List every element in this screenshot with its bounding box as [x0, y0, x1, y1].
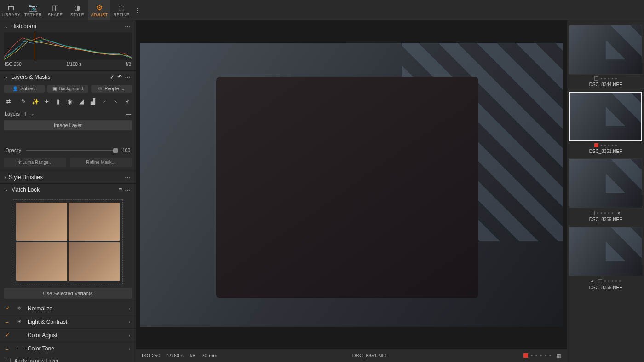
- people-icon: ⚇: [98, 86, 102, 91]
- camera-icon: 📷: [29, 3, 38, 12]
- color-tag-rating[interactable]: ▦: [523, 353, 561, 359]
- tab-refine[interactable]: ◌REFINE: [110, 0, 132, 20]
- grid-icon[interactable]: ▦: [557, 353, 561, 359]
- chevron-down-icon[interactable]: ⌄: [5, 24, 8, 29]
- style-icon: ◑: [74, 3, 80, 12]
- layers-masks-title: Layers & Masks: [11, 74, 50, 80]
- info-filename: DSC_8351.NEF: [352, 353, 389, 358]
- use-selected-variants-button[interactable]: Use Selected Variants: [4, 288, 132, 299]
- chevron-right-icon: ›: [128, 319, 130, 325]
- main-tab-bar: 🗀LIBRARY 📷TETHER ◫SHAPE ◑STYLE ⚙ADJUST ◌…: [0, 0, 644, 20]
- adjustment-normalize[interactable]: ✓ ⚛ Normalize ›: [0, 302, 136, 315]
- more-icon[interactable]: ⋯: [125, 187, 131, 193]
- viewer-column: Image Layer⌃⌄ + ⌄ 40 60 105 59 Fit 🔍 🔍: [136, 20, 567, 362]
- tab-tether[interactable]: 📷TETHER: [22, 0, 44, 20]
- info-aperture: f/8: [190, 353, 195, 358]
- chevron-left-icon[interactable]: «: [591, 278, 593, 284]
- style-brushes-title: Style Brushes: [9, 174, 43, 181]
- magic-brush-icon[interactable]: ✨: [31, 97, 39, 105]
- shape-icon: ◫: [52, 3, 59, 12]
- opacity-slider[interactable]: [26, 150, 118, 151]
- thumbnail-card[interactable]: DSC_8344.NEF: [569, 25, 642, 87]
- remove-layer-button[interactable]: —: [126, 111, 131, 117]
- list-view-icon[interactable]: ≡: [119, 187, 122, 193]
- info-shutter: 1/160 s: [167, 353, 183, 358]
- chevron-down-icon: ⌄: [121, 86, 125, 91]
- more-icon[interactable]: ⋯: [125, 74, 131, 81]
- thumbnail-card-selected[interactable]: DSC_8351.NEF: [569, 92, 642, 154]
- tool-overflow-icon[interactable]: ⋮: [134, 6, 141, 13]
- thumbnail-image: [569, 158, 642, 208]
- chevron-down-icon[interactable]: ⌄: [31, 111, 34, 116]
- match-look-dropzone[interactable]: [13, 199, 123, 284]
- apply-new-layer-checkbox[interactable]: [6, 358, 11, 362]
- match-look-thumb[interactable]: [69, 203, 120, 241]
- thumbnail-card[interactable]: « DSC_8359.NEF: [569, 227, 642, 290]
- layers-masks-section: ⌄ Layers & Masks ⤢ ↶ ⋯ 👤Subject ▣Backgro…: [0, 71, 136, 171]
- brightness-icon: ☀: [16, 319, 23, 325]
- image-canvas[interactable]: [136, 20, 567, 349]
- sliders-icon: ⚙: [96, 3, 103, 12]
- histogram-graph: [4, 32, 132, 60]
- thumbnail-image: [569, 92, 642, 141]
- chevron-down-icon[interactable]: ⌄: [5, 187, 8, 192]
- refine-edge-icon[interactable]: ⫽: [123, 97, 131, 105]
- folder-icon: 🗀: [7, 3, 15, 12]
- thumb-rating[interactable]: »: [569, 210, 642, 216]
- normalize-icon: ⚛: [16, 305, 23, 311]
- adjustment-light-contrast[interactable]: – ☀ Light & Contrast ›: [0, 315, 136, 328]
- thumb-rating[interactable]: [569, 143, 642, 147]
- thumb-rating[interactable]: [569, 76, 642, 81]
- style-brushes-section: › Style Brushes ⋯: [0, 171, 136, 184]
- eraser-icon[interactable]: ◢: [77, 97, 85, 105]
- list-icon[interactable]: ⇄: [5, 97, 12, 105]
- erase-brush-icon[interactable]: ⟋: [100, 97, 108, 105]
- apply-new-layer-label: Apply as new Layer: [14, 358, 58, 362]
- refine-mask-button[interactable]: Refine Mask...: [70, 158, 132, 167]
- tab-library[interactable]: 🗀LIBRARY: [0, 0, 22, 20]
- picker-icon[interactable]: ✎: [20, 97, 28, 105]
- stamp-icon[interactable]: ▟: [89, 97, 97, 105]
- background-mask-chip[interactable]: ▣Background: [47, 85, 88, 93]
- add-layer-button[interactable]: +: [23, 110, 27, 117]
- brush-icon[interactable]: ✦: [43, 97, 51, 105]
- tab-shape[interactable]: ◫SHAPE: [44, 0, 66, 20]
- check-icon: ✓: [6, 305, 11, 311]
- luma-range-button[interactable]: ✻ Luma Range...: [4, 158, 66, 167]
- more-icon[interactable]: ⋯: [125, 23, 131, 30]
- thumbnail-image: [569, 227, 642, 276]
- linear-gradient-icon[interactable]: ▮: [54, 97, 62, 105]
- tab-adjust[interactable]: ⚙ADJUST: [88, 0, 110, 20]
- match-look-thumb[interactable]: [69, 242, 120, 280]
- adjustment-color-adjust[interactable]: ✓ Color Adjust ›: [0, 328, 136, 342]
- match-look-section: ⌄ Match Look ≡ ⋯ Use Selected Variants ✓…: [0, 184, 136, 362]
- expand-icon[interactable]: ⤢: [110, 74, 115, 80]
- chevron-right-icon: ›: [128, 333, 130, 338]
- layer-item[interactable]: Image Layer: [4, 120, 132, 130]
- shutter-value: 1/160 s: [66, 62, 81, 67]
- person-icon: 👤: [12, 86, 18, 91]
- chevron-right-icon: ›: [128, 306, 130, 311]
- thumbnail-card[interactable]: » DSC_8359.NEF: [569, 158, 642, 222]
- tab-style[interactable]: ◑STYLE: [66, 0, 88, 20]
- radial-gradient-icon[interactable]: ◉: [66, 97, 74, 105]
- info-iso: ISO 250: [142, 353, 160, 358]
- tone-icon: ⋮⋮: [16, 345, 23, 351]
- feather-icon[interactable]: ⟍: [112, 97, 120, 105]
- layers-label: Layers: [5, 111, 20, 117]
- undo-icon[interactable]: ↶: [117, 74, 122, 80]
- thumb-rating[interactable]: «: [569, 278, 642, 284]
- landscape-icon: ▣: [52, 86, 57, 91]
- preview-image: [140, 43, 563, 327]
- match-look-title: Match Look: [11, 187, 40, 193]
- chevron-right-icon[interactable]: »: [617, 210, 620, 216]
- more-icon[interactable]: ⋯: [125, 174, 131, 181]
- people-mask-chip[interactable]: ⚇People⌄: [91, 85, 132, 93]
- dash-icon: –: [6, 346, 11, 351]
- match-look-thumb[interactable]: [16, 203, 67, 241]
- adjustment-color-tone[interactable]: – ⋮⋮ Color Tone ›: [0, 342, 136, 355]
- match-look-thumb[interactable]: [16, 242, 67, 280]
- chevron-down-icon[interactable]: ⌄: [5, 75, 8, 79]
- subject-mask-chip[interactable]: 👤Subject: [4, 85, 45, 93]
- chevron-right-icon[interactable]: ›: [5, 175, 6, 180]
